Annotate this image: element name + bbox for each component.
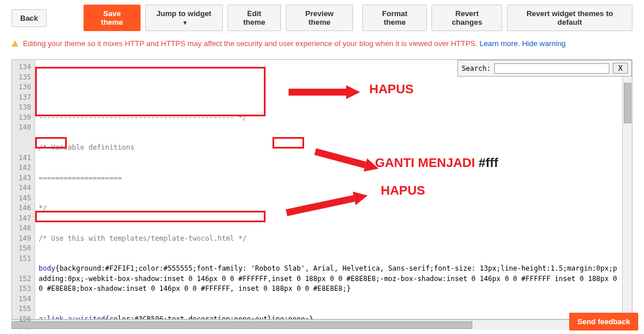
edit-theme-button[interactable]: Edit theme (228, 5, 282, 31)
search-label: Search: (461, 64, 491, 73)
annotation-box (35, 67, 266, 116)
line-gutter: 1341351361371381391401411421431441451461… (12, 60, 35, 319)
line-number: 145 (12, 193, 35, 204)
line-number: 141 (12, 153, 35, 164)
line-number: 146 (12, 203, 35, 214)
search-close-button[interactable]: X (613, 63, 628, 74)
send-feedback-button[interactable]: Send feedback (569, 313, 638, 329)
line-number: 151 (12, 254, 35, 274)
search-input[interactable] (494, 63, 609, 74)
line-number: 154 (12, 294, 35, 305)
toolbar: Back Save theme Jump to widget▼ Edit the… (0, 0, 644, 36)
line-number: 155 (12, 304, 35, 314)
annotation-text: GANTI MENJADI #fff (375, 158, 498, 168)
format-theme-button[interactable]: Format theme (362, 5, 427, 31)
line-number: 144 (12, 183, 35, 193)
code-line: /* Use this with templates/template-twoc… (39, 234, 619, 244)
hide-warning-link[interactable]: Hide warning (522, 39, 566, 48)
horizontal-scrollbar[interactable] (12, 320, 632, 329)
chevron-down-icon: ▼ (182, 20, 188, 26)
warning-text: Editing your theme so it mixes HTTP and … (23, 39, 478, 48)
line-number: 142 (12, 163, 35, 173)
annotation-box (35, 211, 266, 222)
scroll-thumb[interactable] (624, 83, 631, 123)
line-number: 152 (12, 274, 35, 284)
preview-theme-button[interactable]: Preview theme (286, 5, 353, 31)
line-number: 140 (12, 123, 35, 153)
line-number: 147 (12, 214, 35, 224)
annotation-box (35, 137, 67, 149)
annotation-text: HAPUS (369, 84, 414, 94)
line-number: 134 (12, 62, 35, 73)
line-number: 135 (12, 73, 35, 83)
save-theme-button[interactable]: Save theme (84, 5, 141, 31)
code-area[interactable]: ----------------------------------------… (35, 60, 622, 319)
search-bar: Search: X (457, 60, 632, 77)
jump-label: Jump to widget (157, 9, 211, 18)
line-number: 153 (12, 284, 35, 294)
line-number: 150 (12, 244, 35, 254)
line-number: 139 (12, 113, 35, 123)
revert-changes-button[interactable]: Revert changes (431, 5, 502, 31)
revert-widget-button[interactable]: Revert widget themes to default (507, 5, 632, 31)
annotation-text: HAPUS (381, 185, 425, 196)
code-editor: Search: X 134135136137138139140141142143… (12, 59, 632, 320)
vertical-scrollbar[interactable] (622, 60, 632, 319)
code-line: a:link,a:visited{color:#3CB596;text-deco… (39, 314, 619, 320)
back-button[interactable]: Back (12, 9, 47, 27)
arrow-annotation (289, 89, 322, 119)
learn-more-link[interactable]: Learn more. (480, 39, 520, 48)
code-line: body{background:#F2F1F1;color:#555555;fo… (39, 264, 619, 294)
scroll-thumb[interactable] (12, 321, 472, 329)
warning-bar: Editing your theme so it mixes HTTP and … (0, 36, 644, 51)
line-number: 137 (12, 93, 35, 103)
line-number: 138 (12, 103, 35, 113)
line-number: 143 (12, 173, 35, 184)
line-number: 149 (12, 234, 35, 244)
annotation-box (272, 137, 304, 149)
line-number: 136 (12, 82, 35, 93)
warning-icon (12, 40, 18, 47)
jump-to-widget-dropdown[interactable]: Jump to widget▼ (145, 5, 223, 31)
line-number: 148 (12, 223, 35, 234)
